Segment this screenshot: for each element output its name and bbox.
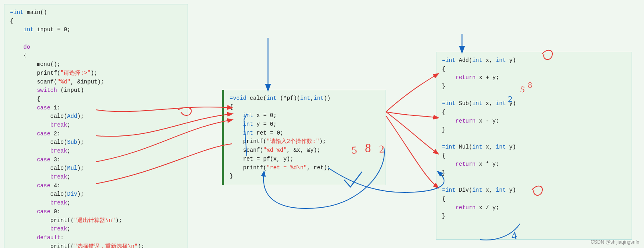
- center-code-content: =void calc(int (*pf)(int,int)) { int x =…: [230, 94, 380, 181]
- center-code-panel: =void calc(int (*pf)(int,int)) { int x =…: [222, 90, 386, 185]
- watermark: CSDN @shijiaqingsnfx: [590, 239, 639, 245]
- left-code-content: =int main() { int input = 0; do { menu()…: [10, 8, 182, 248]
- right-code-panel: =int Add(int x, int y) { return x + y; }…: [436, 52, 632, 240]
- left-code-panel: =int main() { int input = 0; do { menu()…: [4, 4, 188, 248]
- right-code-content: =int Add(int x, int y) { return x + y; }…: [442, 56, 626, 221]
